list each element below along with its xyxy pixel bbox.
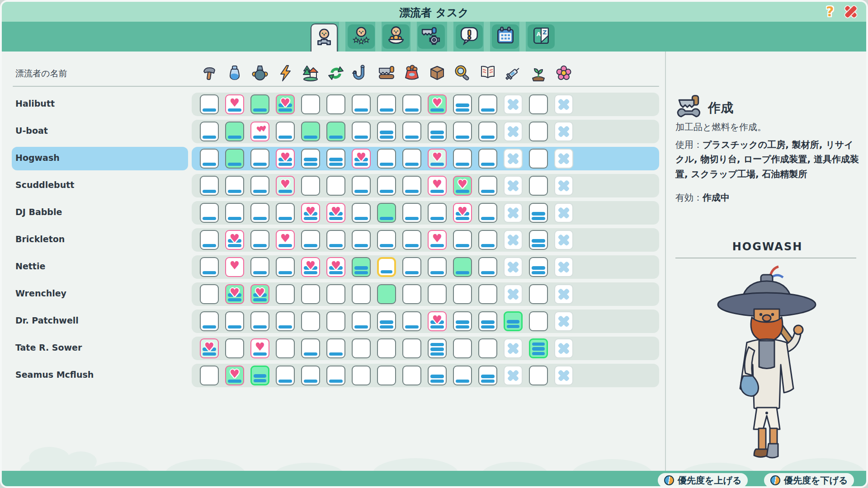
drifter-name[interactable]: Seamus Mcflush [15, 370, 94, 380]
sprout-icon[interactable] [529, 63, 547, 83]
task-cell[interactable] [554, 311, 573, 331]
task-cell[interactable] [529, 257, 548, 277]
task-cell[interactable] [478, 176, 497, 196]
task-cell[interactable] [352, 94, 371, 114]
task-cell[interactable] [402, 230, 421, 250]
task-cell[interactable]: ♥ [200, 338, 219, 358]
task-cell[interactable] [377, 284, 396, 304]
task-cell[interactable]: ♥ [225, 284, 244, 304]
task-cell[interactable] [377, 176, 396, 196]
task-cell[interactable] [225, 338, 244, 358]
tab-equipment-tab[interactable] [418, 24, 445, 49]
tab-drifter-skills-tab[interactable] [348, 24, 375, 49]
task-cell[interactable] [402, 311, 421, 331]
book-icon[interactable] [479, 63, 497, 83]
drifter-name[interactable]: DJ Babble [15, 207, 62, 217]
drifter-name[interactable]: Brickleton [15, 234, 65, 244]
drifter-name[interactable]: Wrenchley [15, 288, 66, 298]
task-cell[interactable]: ♥ [276, 176, 295, 196]
task-cell[interactable]: ♥ [428, 94, 447, 114]
task-cell[interactable] [504, 149, 523, 169]
task-cell[interactable]: ♥ [428, 311, 447, 331]
task-cell[interactable] [250, 311, 269, 331]
task-cell[interactable] [326, 338, 345, 358]
task-cell[interactable] [225, 149, 244, 169]
task-cell[interactable] [276, 366, 295, 385]
drifter-name[interactable]: Dr. Patchwell [15, 315, 79, 325]
task-cell[interactable] [200, 257, 219, 277]
task-cell[interactable]: ♥ [428, 149, 447, 169]
task-cell[interactable] [301, 338, 320, 358]
task-cell[interactable] [478, 311, 497, 331]
task-cell[interactable] [529, 122, 548, 141]
task-cell[interactable]: ♥ [225, 230, 244, 250]
task-cell[interactable] [276, 311, 295, 331]
task-cell[interactable] [352, 311, 371, 331]
task-cell[interactable] [428, 284, 447, 304]
task-cell[interactable] [301, 122, 320, 141]
task-cell[interactable]: ♥ [250, 338, 269, 358]
drifter-name[interactable]: Hogwash [15, 153, 60, 163]
task-cell[interactable] [326, 176, 345, 196]
task-cell[interactable]: ♥ [276, 149, 295, 169]
tab-drifter-tasks-tab[interactable] [311, 23, 338, 52]
task-cell[interactable] [402, 149, 421, 169]
task-cell[interactable] [529, 338, 548, 358]
task-cell[interactable] [529, 230, 548, 250]
task-cell[interactable]: ♥ [326, 257, 345, 277]
task-cell[interactable]: ♥ [453, 176, 472, 196]
task-cell[interactable] [301, 149, 320, 169]
task-cell[interactable]: ♥ [225, 94, 244, 114]
tab-glossary-tab[interactable]: AZ [528, 24, 555, 49]
task-cell[interactable] [478, 149, 497, 169]
task-cell[interactable] [504, 311, 523, 331]
saw-icon[interactable] [377, 63, 396, 83]
crate-icon[interactable] [428, 63, 446, 83]
task-cell[interactable] [326, 366, 345, 385]
task-cell[interactable] [554, 284, 573, 304]
task-cell[interactable] [428, 122, 447, 141]
task-cell[interactable] [453, 284, 472, 304]
task-cell[interactable] [453, 149, 472, 169]
magnifier-icon[interactable] [453, 63, 472, 83]
task-cell[interactable] [352, 366, 371, 385]
task-cell[interactable] [225, 311, 244, 331]
task-cell[interactable] [326, 284, 345, 304]
task-cell[interactable]: ♥ [250, 284, 269, 304]
task-cell[interactable] [352, 284, 371, 304]
task-cell[interactable] [453, 338, 472, 358]
task-cell[interactable]: ♥ [301, 257, 320, 277]
tab-drifter-food-tab[interactable] [382, 24, 410, 49]
task-cell[interactable] [301, 284, 320, 304]
task-cell[interactable] [529, 311, 548, 331]
task-cell[interactable] [200, 230, 219, 250]
task-cell[interactable] [504, 284, 523, 304]
task-cell[interactable] [250, 203, 269, 223]
task-cell[interactable] [377, 94, 396, 114]
task-cell[interactable] [402, 257, 421, 277]
task-cell[interactable] [200, 203, 219, 223]
task-cell[interactable] [352, 257, 371, 277]
lower-priority-button[interactable]: 優先度を下げる [764, 473, 854, 488]
tab-alerts-tab[interactable] [456, 24, 483, 49]
help-button[interactable]: ? [822, 4, 838, 20]
task-cell[interactable] [428, 366, 447, 385]
task-cell[interactable]: ♥ [352, 149, 371, 169]
task-cell[interactable] [200, 176, 219, 196]
task-cell[interactable] [200, 311, 219, 331]
task-cell[interactable] [402, 338, 421, 358]
task-cell[interactable] [504, 257, 523, 277]
task-cell[interactable] [529, 149, 548, 169]
task-cell[interactable] [301, 366, 320, 385]
task-cell[interactable] [554, 94, 573, 114]
task-cell[interactable] [200, 284, 219, 304]
task-cell[interactable] [326, 94, 345, 114]
task-cell[interactable] [352, 230, 371, 250]
drifter-name[interactable]: Scuddlebutt [15, 180, 74, 190]
task-cell[interactable] [352, 338, 371, 358]
task-cell[interactable] [301, 311, 320, 331]
recycle-icon[interactable] [327, 63, 345, 83]
task-cell[interactable] [504, 230, 523, 250]
task-cell[interactable] [276, 284, 295, 304]
task-cell[interactable] [250, 230, 269, 250]
